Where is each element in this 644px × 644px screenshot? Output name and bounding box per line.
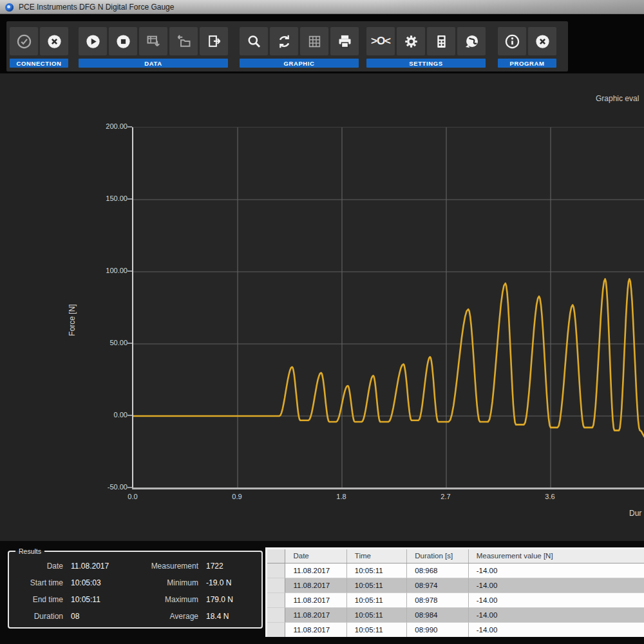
table-header-row: DateTimeDuration [s]Measurement value [N… <box>267 549 644 564</box>
column-header[interactable]: Date <box>285 549 346 563</box>
save-data-button[interactable] <box>169 27 198 55</box>
toolbar-group-graphic: GRAPHIC <box>240 27 359 68</box>
table-row[interactable]: 11.08.201710:05:1108:978-14.00 <box>267 593 644 608</box>
disconnect-button[interactable] <box>40 27 68 55</box>
table-cell: -14.00 <box>469 593 644 608</box>
y-tick-label: 100.00 <box>76 267 128 274</box>
title-bar[interactable]: PCE Instruments DFG N Digital Force Gaug… <box>0 0 644 14</box>
table-cell: 10:05:11 <box>347 608 407 623</box>
measurement-table: DateTimeDuration [s]Measurement value [N… <box>265 547 644 637</box>
toolbar-group-label: CONNECTION <box>10 59 68 68</box>
column-header[interactable]: Duration [s] <box>407 549 468 563</box>
play-circle-icon <box>84 33 102 50</box>
result-value: -19.0 N <box>206 578 261 587</box>
window-title: PCE Instruments DFG N Digital Force Gaug… <box>19 3 174 12</box>
result-label: End time <box>9 595 71 604</box>
table-cell: 11.08.2017 <box>285 623 346 637</box>
result-label: Maximum <box>135 595 206 604</box>
table-row[interactable]: 11.08.201710:05:1108:984-14.00 <box>267 608 644 623</box>
exit-button[interactable] <box>528 27 556 55</box>
gear-icon <box>402 33 420 50</box>
bottom-panel: Results Date11.08.2017Measurement1722Sta… <box>0 541 644 644</box>
printer-icon <box>336 33 354 50</box>
print-button[interactable] <box>330 27 359 55</box>
column-header[interactable]: Measurement value [N] <box>469 549 644 563</box>
info-button[interactable] <box>498 27 526 55</box>
result-value: 10:05:11 <box>71 595 135 604</box>
toolbar-group-label: GRAPHIC <box>240 59 359 68</box>
stop-measurement-button[interactable] <box>109 27 137 55</box>
folder-save-icon <box>175 33 193 50</box>
chart-plot-area[interactable] <box>132 127 644 488</box>
settings-button[interactable] <box>397 27 425 55</box>
table-cell: 10:05:11 <box>347 578 407 593</box>
table-cell: 08:978 <box>407 593 468 608</box>
y-tick-label: 50.00 <box>76 339 128 346</box>
load-data-button[interactable] <box>200 27 228 55</box>
titlebar-gradient <box>374 0 644 14</box>
start-measurement-button[interactable] <box>79 27 107 55</box>
check-circle-icon <box>15 33 33 50</box>
result-label: Average <box>135 612 206 621</box>
result-value: 1722 <box>206 562 261 571</box>
stop-circle-icon <box>115 33 132 50</box>
table-cell: 08:974 <box>407 578 468 593</box>
row-selector[interactable] <box>267 608 285 623</box>
toolbar-group-label: PROGRAM <box>498 59 556 68</box>
chart-title: Graphic eval <box>596 94 639 103</box>
table-row[interactable]: 11.08.201710:05:1108:968-14.00 <box>267 564 644 578</box>
grid-icon <box>306 33 323 50</box>
table-row[interactable]: 11.08.201710:05:1108:990-14.00 <box>267 623 644 637</box>
result-value: 10:05:03 <box>71 578 135 587</box>
connect-button[interactable] <box>10 27 38 55</box>
result-value: 179.0 N <box>206 595 261 604</box>
force-line-chart <box>133 128 644 488</box>
row-selector-header <box>267 549 285 563</box>
language-button[interactable] <box>457 27 486 55</box>
x-axis-title: Dur <box>629 509 641 518</box>
toolbar-group-data: DATA <box>79 27 228 68</box>
calculator-icon <box>433 33 450 50</box>
row-selector[interactable] <box>267 578 285 593</box>
table-cell: 10:05:11 <box>347 564 407 578</box>
toolbar: CONNECTIONDATAGRAPHIC>O<SETTINGSPROGRAM <box>0 14 644 73</box>
document-export-icon <box>205 33 223 50</box>
toolbar-group-label: SETTINGS <box>366 59 486 68</box>
y-tick-label: 200.00 <box>76 122 128 130</box>
application-window: PCE Instruments DFG N Digital Force Gaug… <box>0 0 644 644</box>
grid-button[interactable] <box>300 27 328 55</box>
row-selector[interactable] <box>267 593 285 608</box>
table-row[interactable]: 11.08.201710:05:1108:974-14.00 <box>267 578 644 593</box>
table-cell: 11.08.2017 <box>285 578 346 593</box>
y-tick-label: 0.00 <box>76 411 128 419</box>
device-button[interactable] <box>427 27 455 55</box>
row-selector[interactable] <box>267 623 285 637</box>
y-tick-mark <box>128 270 132 272</box>
result-label: Duration <box>9 612 71 621</box>
x-circle-icon <box>46 33 63 50</box>
column-header[interactable]: Time <box>347 549 407 563</box>
table-arrow-icon <box>145 33 162 50</box>
toolbar-group-connection: CONNECTION <box>10 27 68 68</box>
table-cell: 11.08.2017 <box>285 564 346 578</box>
table-cell: 11.08.2017 <box>285 593 346 608</box>
x-circle-icon <box>534 33 551 50</box>
table-cell: -14.00 <box>469 608 644 623</box>
app-icon[interactable] <box>5 3 14 12</box>
table-cell: 10:05:11 <box>347 593 407 608</box>
table-cell: 08:990 <box>407 623 468 637</box>
zoom-button[interactable] <box>240 27 268 55</box>
y-tick-mark <box>128 487 132 488</box>
x-tick-label: 0.9 <box>232 493 242 500</box>
com-port-button[interactable]: >O< <box>366 27 395 55</box>
toolbar-band: CONNECTIONDATAGRAPHIC>O<SETTINGSPROGRAM <box>6 21 568 71</box>
refresh-button[interactable] <box>270 27 298 55</box>
x-axis-line <box>132 488 644 489</box>
info-circle-icon <box>504 33 521 50</box>
x-tick-label: 1.8 <box>336 493 346 500</box>
row-selector[interactable] <box>267 564 285 578</box>
export-data-button[interactable] <box>139 27 167 55</box>
result-value: 11.08.2017 <box>71 562 135 571</box>
result-value: 18.4 N <box>206 612 261 621</box>
toolbar-group-program: PROGRAM <box>498 27 556 68</box>
